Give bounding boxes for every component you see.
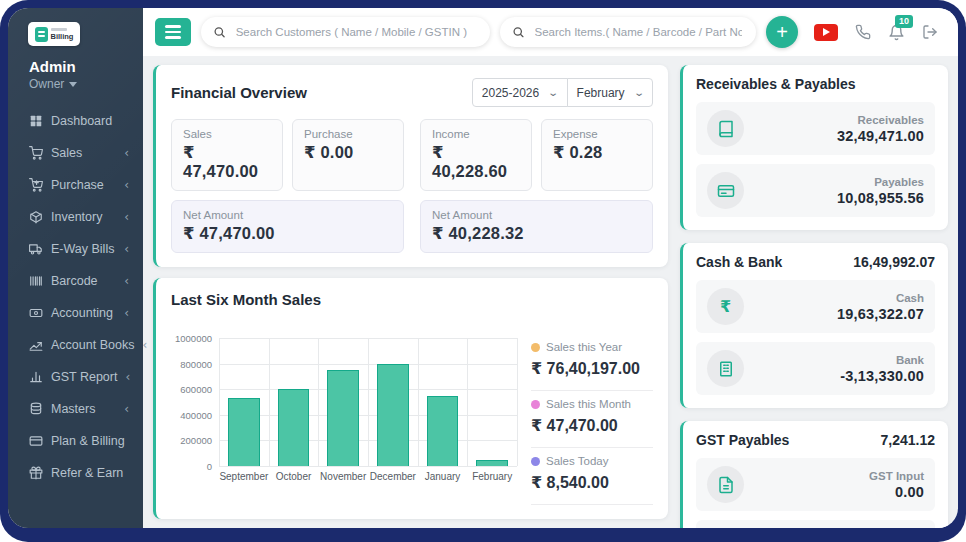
sales-bar xyxy=(476,460,508,466)
sales-bar xyxy=(228,398,260,466)
search-customers-input[interactable] xyxy=(234,25,478,39)
sidebar-item-masters[interactable]: Masters‹ xyxy=(8,393,143,425)
sidebar-item-plan-billing[interactable]: Plan & Billing‹ xyxy=(8,425,143,457)
sidebar-item-purchase[interactable]: Purchase‹ xyxy=(8,169,143,201)
logo-tagline xyxy=(51,28,67,31)
chart-plot xyxy=(219,338,517,466)
legend-sales-today: Sales Today ₹ 8,540.00 xyxy=(531,448,653,505)
sales-bar xyxy=(427,396,459,466)
chevron-down-icon xyxy=(69,82,77,87)
stat-card-purchase: Purchase ₹ 0.00 xyxy=(292,119,404,191)
chevron-left-icon: ‹ xyxy=(125,370,130,384)
phone-icon[interactable] xyxy=(855,24,871,40)
net-amount-card-sales: Net Amount ₹ 47,470.00 xyxy=(171,200,404,253)
y-tick-label: 0 xyxy=(207,461,212,472)
billing-logo-icon xyxy=(35,27,48,42)
y-tick-label: 200000 xyxy=(180,435,212,446)
year-select[interactable]: 2025-2026 ⌄ xyxy=(472,78,568,107)
user-name: Admin xyxy=(29,58,143,75)
gst-input-row[interactable]: GST Input 0.00 xyxy=(696,458,935,511)
logo-text: Billing xyxy=(51,33,74,41)
x-tick-label: December xyxy=(368,471,418,482)
search-icon xyxy=(512,25,525,39)
month-select[interactable]: February ⌄ xyxy=(567,78,653,107)
sidebar-item-dashboard[interactable]: Dashboard‹ xyxy=(8,105,143,137)
banknote-icon xyxy=(29,306,43,320)
payables-row[interactable]: Payables 10,08,955.56 xyxy=(696,164,935,217)
topbar-actions: 10 xyxy=(814,24,946,41)
stat-card-income: Income ₹ 40,228.60 xyxy=(420,119,532,191)
sales-bar xyxy=(377,364,409,466)
legend-dot xyxy=(531,400,540,409)
chevron-down-icon: ⌄ xyxy=(548,87,560,98)
search-items-input[interactable] xyxy=(533,25,744,39)
add-new-button[interactable]: + xyxy=(766,16,798,48)
cash-bank-total: 16,49,992.07 xyxy=(853,254,935,270)
legend-dot xyxy=(531,343,540,352)
cart-icon xyxy=(29,178,43,192)
chevron-left-icon: ‹ xyxy=(124,146,129,160)
sales-bar-chart: 10000008000006000004000002000000 Septemb… xyxy=(171,316,517,509)
stat-card-expense: Expense ₹ 0.28 xyxy=(541,119,653,191)
sidebar-item-account-books[interactable]: Account Books‹ xyxy=(8,329,143,361)
youtube-icon[interactable] xyxy=(814,24,838,41)
y-tick-label: 1000000 xyxy=(175,333,212,344)
gst-payables-card: GST Payables 7,241.12 GST Input 0.00 xyxy=(680,421,948,528)
cart-icon xyxy=(29,146,43,160)
barcode-icon xyxy=(29,274,43,288)
y-tick-label: 600000 xyxy=(180,384,212,395)
document-icon xyxy=(707,466,744,503)
app-window: Billing Admin Owner Dashboard‹ Sales‹ xyxy=(8,8,958,528)
x-tick-label: September xyxy=(219,471,269,482)
menu-toggle-button[interactable] xyxy=(155,18,191,46)
notifications-bell-icon[interactable]: 10 xyxy=(888,24,905,41)
app-frame: Billing Admin Owner Dashboard‹ Sales‹ xyxy=(0,0,966,542)
chevron-left-icon: ‹ xyxy=(124,402,129,416)
sidebar: Billing Admin Owner Dashboard‹ Sales‹ xyxy=(8,8,143,528)
sales-bar xyxy=(278,389,310,466)
customer-search xyxy=(201,17,490,47)
app-logo[interactable]: Billing xyxy=(28,22,80,46)
chevron-left-icon: ‹ xyxy=(124,306,129,320)
receivables-row[interactable]: Receivables 32,49,471.00 xyxy=(696,102,935,155)
gst-payables-total: 7,241.12 xyxy=(881,432,936,448)
notification-count-badge: 10 xyxy=(895,15,913,28)
cash-row[interactable]: ₹ Cash 19,63,322.07 xyxy=(696,280,935,333)
top-bar: + 10 xyxy=(143,8,958,56)
main-area: + 10 xyxy=(143,8,958,528)
y-tick-label: 400000 xyxy=(180,409,212,420)
chevron-left-icon: ‹ xyxy=(124,210,129,224)
sidebar-item-barcode[interactable]: Barcode‹ xyxy=(8,265,143,297)
x-tick-label: January xyxy=(418,471,468,482)
chevron-left-icon: ‹ xyxy=(124,178,129,192)
bank-row[interactable]: Bank -3,13,330.00 xyxy=(696,342,935,395)
legend-sales-this-month: Sales this Month ₹ 47,470.00 xyxy=(531,391,653,448)
credit-card-icon xyxy=(707,172,744,209)
logout-icon[interactable] xyxy=(922,24,938,40)
chart-y-axis: 10000008000006000004000002000000 xyxy=(171,338,219,466)
stat-card-sales: Sales ₹ 47,470.00 xyxy=(171,119,283,191)
chevron-left-icon: ‹ xyxy=(124,274,129,288)
item-search xyxy=(500,17,756,47)
right-column: Receivables & Payables Receivables 32,49… xyxy=(680,65,948,519)
sidebar-item-refer-earn[interactable]: Refer & Earn‹ xyxy=(8,457,143,489)
receivables-payables-card: Receivables & Payables Receivables 32,49… xyxy=(680,65,948,230)
x-tick-label: October xyxy=(269,471,319,482)
legend-dot xyxy=(531,457,540,466)
last-six-month-sales-card: Last Six Month Sales 1000000800000600000… xyxy=(153,278,668,519)
gst-output-row[interactable]: GST Output 7,241.12 xyxy=(696,520,935,528)
x-tick-label: February xyxy=(467,471,517,482)
credit-card-icon xyxy=(29,434,43,448)
sidebar-item-sales[interactable]: Sales‹ xyxy=(8,137,143,169)
chart-x-labels: SeptemberOctoberNovemberDecemberJanuaryF… xyxy=(219,471,517,482)
financial-overview-title: Financial Overview xyxy=(171,84,307,101)
user-role-dropdown[interactable]: Owner xyxy=(29,77,143,91)
sidebar-item-eway-bills[interactable]: E-Way Bills‹ xyxy=(8,233,143,265)
sidebar-item-gst-report[interactable]: GST Report‹ xyxy=(8,361,143,393)
sidebar-item-inventory[interactable]: Inventory‹ xyxy=(8,201,143,233)
period-selectors: 2025-2026 ⌄ February ⌄ xyxy=(472,78,653,107)
boxes-icon xyxy=(29,210,43,224)
sales-summary-legend: Sales this Year ₹ 76,40,197.00 Sales thi… xyxy=(531,316,653,509)
sidebar-nav: Dashboard‹ Sales‹ Purchase‹ Inventory‹ E… xyxy=(8,101,143,528)
sidebar-item-accounting[interactable]: Accounting‹ xyxy=(8,297,143,329)
